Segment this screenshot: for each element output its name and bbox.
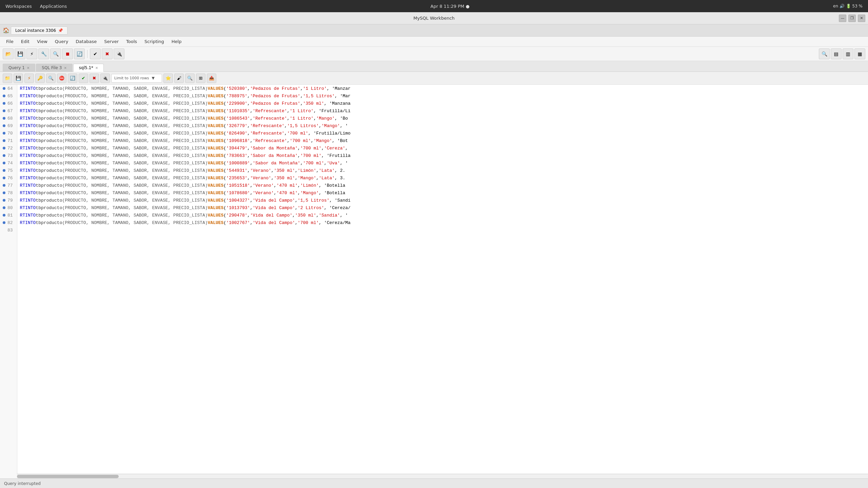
menu-tools[interactable]: Tools [123, 38, 140, 45]
breakpoint-dot[interactable] [3, 221, 5, 224]
code-content[interactable]: RT INTO tbproducto (PRODUCTO, NOMBRE, TA… [17, 85, 868, 479]
breakpoint-dot[interactable] [3, 214, 5, 217]
breakpoint-dot[interactable] [3, 162, 5, 164]
open-script-button[interactable]: 📁 [3, 74, 12, 83]
check-button[interactable]: ✔ [79, 74, 88, 83]
line-num-label: 64 [7, 86, 13, 91]
code-line-78: RT INTO tbproducto (PRODUCTO, NOMBRE, TA… [17, 189, 868, 197]
breakpoint-dot[interactable] [3, 177, 5, 179]
tab-sql51-close[interactable]: ✕ [95, 66, 98, 70]
stop-button[interactable]: ⏹ [62, 48, 73, 59]
toggle-exec-button[interactable]: 🔄 [68, 74, 77, 83]
menu-help[interactable]: Help [168, 38, 185, 45]
breakpoint-dot[interactable] [3, 206, 5, 209]
zoom-out-button[interactable]: 🔍 [185, 74, 195, 83]
breakpoint-dot[interactable] [3, 191, 5, 194]
open-folder-button[interactable]: 📂 [3, 48, 14, 59]
save-button[interactable]: 💾 [15, 48, 25, 59]
breakpoint-dot[interactable] [3, 124, 5, 127]
tab-sql51-label: sql5.1* [79, 65, 93, 70]
breakpoint-dot[interactable] [3, 87, 5, 90]
line-number-76: 76 [3, 174, 14, 182]
limit-rows-chevron: ▼ [152, 76, 155, 80]
menu-file[interactable]: File [3, 38, 17, 45]
app-title: MySQL Workbench [413, 16, 455, 21]
line-number-72: 72 [3, 144, 14, 152]
line-number-74: 74 [3, 159, 14, 167]
menu-database[interactable]: Database [72, 38, 100, 45]
star-button[interactable]: ⭐ [163, 74, 173, 83]
tab-query1-close[interactable]: ✕ [27, 66, 29, 70]
cancel-button[interactable]: ✖ [102, 48, 113, 59]
line-num-label: 83 [7, 228, 13, 233]
execute-button[interactable]: ⚡ [26, 48, 37, 59]
scrollbar-thumb[interactable] [17, 475, 119, 478]
plugin2-button[interactable]: 🔌 [100, 74, 110, 83]
search-button[interactable]: 🔍 [50, 48, 61, 59]
close-button[interactable]: ✕ [858, 15, 865, 22]
system-bar: Workspaces Applications Apr 8 11:29 PM ●… [0, 0, 868, 12]
menu-view[interactable]: View [34, 38, 51, 45]
line-number-65: 65 [3, 92, 14, 100]
workspaces-menu[interactable]: Workspaces [5, 4, 32, 9]
app-title-bar: MySQL Workbench — ❐ ✕ [0, 12, 868, 24]
breakpoint-dot[interactable] [3, 184, 5, 187]
breakpoint-dot[interactable] [3, 199, 5, 202]
tab-sql-file3-close[interactable]: ✕ [64, 66, 66, 70]
breakpoint-dot[interactable] [3, 102, 5, 105]
explain-button[interactable]: 🔍 [46, 74, 56, 83]
breakpoint-dot[interactable] [3, 132, 5, 135]
secondary-toolbar: 📁 💾 ⚡ 🔑 🔍 ⛔ 🔄 ✔ ✖ 🔌 Limit to 1000 rows ▼… [0, 72, 868, 85]
maximize-button[interactable]: ❐ [848, 15, 856, 22]
breakpoint-dot[interactable] [3, 139, 5, 142]
columns-button[interactable]: ⊞ [196, 74, 205, 83]
window-controls[interactable]: — ❐ ✕ [839, 15, 865, 22]
minimize-button[interactable]: — [839, 15, 846, 22]
breakpoint-dot[interactable] [3, 117, 5, 120]
line-number-81: 81 [3, 211, 14, 219]
tab-query1[interactable]: Query 1 ✕ [3, 64, 35, 72]
plugin-button[interactable]: 🔌 [114, 48, 124, 59]
line-number-79: 79 [3, 197, 14, 204]
line-number-64: 64 [3, 85, 14, 92]
code-line-74: RT INTO tbproducto (PRODUCTO, NOMBRE, TA… [17, 159, 868, 167]
line-num-label: 67 [7, 108, 13, 114]
execute-selected-button[interactable]: 🔧 [38, 48, 49, 59]
save-script-button[interactable]: 💾 [14, 74, 23, 83]
breakpoint-dot[interactable] [3, 109, 5, 112]
run-button[interactable]: ⚡ [24, 74, 34, 83]
run-sel-button[interactable]: 🔑 [35, 74, 45, 83]
code-line-68: RT INTO tbproducto (PRODUCTO, NOMBRE, TA… [17, 115, 868, 122]
code-line-67: RT INTO tbproducto (PRODUCTO, NOMBRE, TA… [17, 107, 868, 115]
limit-rows-select[interactable]: Limit to 1000 rows ▼ [111, 74, 162, 83]
line-num-label: 78 [7, 190, 13, 196]
tab-sql-file3-label: SQL File 3 [42, 65, 62, 70]
toggle-button[interactable]: ✔ [90, 48, 101, 59]
inspector-button[interactable]: 🔍 [819, 48, 830, 59]
line-numbers: 6465666768697071727374757677787980818283 [0, 85, 17, 479]
menu-query[interactable]: Query [52, 38, 72, 45]
sidebar-right-button[interactable]: ▦ [854, 48, 865, 59]
sidebar-left-button[interactable]: ▤ [831, 48, 842, 59]
menu-server[interactable]: Server [101, 38, 122, 45]
menu-edit[interactable]: Edit [18, 38, 33, 45]
breakpoint-dot[interactable] [3, 154, 5, 157]
line-number-78: 78 [3, 189, 14, 197]
breakpoint-dot[interactable] [3, 95, 5, 97]
reconnect-button[interactable]: 🔄 [74, 48, 85, 59]
code-line-69: RT INTO tbproducto (PRODUCTO, NOMBRE, TA… [17, 122, 868, 129]
instance-tab[interactable]: Local instance 3306 📌 [11, 26, 67, 35]
x-button[interactable]: ✖ [90, 74, 99, 83]
tab-sql-file3[interactable]: SQL File 3 ✕ [36, 64, 72, 72]
export-button[interactable]: 📤 [207, 74, 216, 83]
brush-button[interactable]: 🖌 [174, 74, 184, 83]
menu-scripting[interactable]: Scripting [141, 38, 167, 45]
output-button[interactable]: ▥ [843, 48, 853, 59]
breakpoint-dot[interactable] [3, 169, 5, 172]
stop-exec-button[interactable]: ⛔ [57, 74, 66, 83]
applications-menu[interactable]: Applications [40, 4, 67, 9]
code-line-79: RT INTO tbproducto (PRODUCTO, NOMBRE, TA… [17, 197, 868, 204]
horizontal-scrollbar[interactable] [17, 474, 868, 479]
tab-sql51[interactable]: sql5.1* ✕ [73, 64, 104, 72]
breakpoint-dot[interactable] [3, 147, 5, 149]
